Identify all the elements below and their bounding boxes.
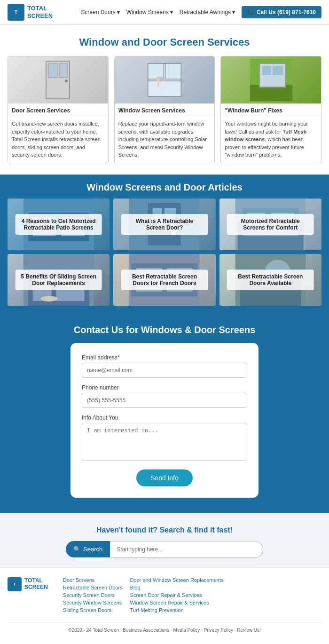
footer-link-door-repair[interactable]: Screen Door Repair & Services [130,592,224,598]
email-field[interactable] [82,363,247,378]
article-card-1[interactable]: What is A Retractable Screen Door? [113,199,215,250]
search-input[interactable] [110,541,263,558]
send-button[interactable]: Send Info [136,469,193,486]
footer-link-security-door[interactable]: Security Screen Doors [63,592,123,598]
articles-title: Window Screens and Door Articles [8,182,321,193]
service-card-door-title: Door Screen Services [8,103,108,116]
service-card-burn[interactable]: "Window Burn" Fixes Your windows might b… [220,56,321,163]
footer-col-1: Door Screens Retractable Screen Doors Se… [63,577,123,613]
article-label-5: Best Retractable Screen Doors Available [227,270,314,290]
service-card-door[interactable]: Door Screen Services Get brand-new scree… [8,56,109,163]
svg-rect-13 [262,66,271,75]
svg-rect-2 [59,64,67,78]
phone-field[interactable] [82,393,247,408]
footer-logo-icon: T [8,577,22,591]
phone-icon: 📞 [247,9,254,16]
articles-section: Window Screens and Door Articles 4 Reaso… [0,175,329,313]
burn-illustration [250,59,292,101]
search-section: Haven't found it? Search & find it fast!… [0,513,329,567]
nav-window-screens[interactable]: Window Screens ▾ [126,9,173,16]
footer-link-retractable[interactable]: Retractable Screen Doors [63,585,123,590]
call-button[interactable]: 📞 Call Us (619) 871-7610 [242,6,321,18]
chevron-down-icon: ▾ [170,9,173,16]
footer-logo[interactable]: T TOTAL SCREEN [8,577,48,613]
footer-link-window-repair[interactable]: Window Screen Repair & Services [130,600,224,605]
footer: T TOTAL SCREEN Door Screens Retractable … [0,567,329,636]
svg-rect-1 [48,64,58,78]
chevron-down-icon: ▾ [117,9,120,16]
service-card-window[interactable]: Window Screen Services Replace your ripp… [114,56,215,163]
articles-grid: 4 Reasons to Get Motorized Retractable P… [8,199,321,306]
nav-links: Screen Doors ▾ Window Screens ▾ Retracta… [81,6,321,18]
article-label-2: Motorized Retractable Screens for Comfor… [227,214,314,235]
email-group: Email address* [82,354,247,378]
article-card-4[interactable]: Best Retractable Screen Doors for French… [113,254,215,306]
service-card-burn-image [221,56,321,103]
window-illustration [143,59,186,101]
service-card-burn-title: "Window Burn" Fixes [221,103,321,116]
footer-col-2: Door and Window Screen Replacements Blog… [130,577,224,613]
phone-group: Phone number [82,384,247,408]
article-label-0: 4 Reasons to Get Motorized Retractable P… [15,214,102,235]
footer-link-sliding[interactable]: Sliding Screen Doors [63,607,123,613]
svg-rect-14 [273,66,283,75]
svg-rect-9 [157,77,164,79]
email-label: Email address* [82,354,247,361]
info-label: Info About You [82,414,247,421]
nav-screen-doors[interactable]: Screen Doors ▾ [81,9,119,16]
contact-section: Contact Us for Windows & Door Screens Em… [0,313,329,513]
phone-label: Phone number [82,384,247,391]
article-label-1: What is A Retractable Screen Door? [121,214,208,235]
svg-rect-6 [165,64,181,79]
service-card-window-body: Replace your ripped-and-torn window scre… [115,116,215,163]
contact-title: Contact Us for Windows & Door Screens [8,325,321,335]
logo-text: TOTAL SCREEN [27,5,53,19]
search-icon: 🔍 [73,546,81,553]
service-card-burn-body: Your windows might be burning your lawn!… [221,116,321,163]
article-card-0[interactable]: 4 Reasons to Get Motorized Retractable P… [8,199,110,250]
article-card-2[interactable]: Motorized Retractable Screens for Comfor… [219,199,321,250]
logo-icon: T [8,4,24,21]
navbar: T TOTAL SCREEN Screen Doors ▾ Window Scr… [0,0,329,25]
article-label-4: Best Retractable Screen Doors for French… [121,270,208,290]
main-title: Window and Door Screen Services [0,25,329,56]
footer-link-turf[interactable]: Turf-Melting Prevention [130,607,224,613]
search-bar: 🔍 Search [66,541,263,558]
article-label-3: 5 Benefits Of Sliding Screen Door Replac… [15,270,102,290]
svg-point-34 [41,296,58,302]
footer-link-security-window[interactable]: Security Window Screens [63,600,123,605]
door-illustration [39,59,77,101]
service-card-window-title: Window Screen Services [115,103,215,116]
footer-logo-text: TOTAL SCREEN [24,577,48,591]
nav-retractable-awnings[interactable]: Retractable Awnings ▾ [180,9,235,16]
contact-form: Email address* Phone number Info About Y… [70,343,258,498]
footer-link-door-screens[interactable]: Door Screens [63,577,123,583]
footer-bottom: ©2020 - 24 Total Screen · Business Assoc… [8,622,321,633]
search-title: Haven't found it? Search & find it fast! [8,526,321,534]
article-card-3[interactable]: 5 Benefits Of Sliding Screen Door Replac… [8,254,110,306]
search-button[interactable]: 🔍 Search [66,541,110,557]
service-card-door-body: Get brand-new screen doors installed, ex… [8,116,108,163]
article-card-5[interactable]: Best Retractable Screen Doors Available [219,254,321,306]
info-group: Info About You [82,414,247,462]
chevron-down-icon: ▾ [232,9,235,16]
svg-rect-7 [148,81,181,96]
footer-top: T TOTAL SCREEN Door Screens Retractable … [8,577,321,619]
footer-link-blog[interactable]: Blog [130,585,224,590]
svg-point-3 [65,80,68,82]
service-cards: Door Screen Services Get brand-new scree… [0,56,329,175]
info-textarea[interactable] [82,423,247,461]
footer-link-replacements[interactable]: Door and Window Screen Replacements [130,577,224,583]
service-card-door-image [8,56,108,103]
service-card-window-image [115,56,215,103]
logo[interactable]: T TOTAL SCREEN [8,4,53,21]
